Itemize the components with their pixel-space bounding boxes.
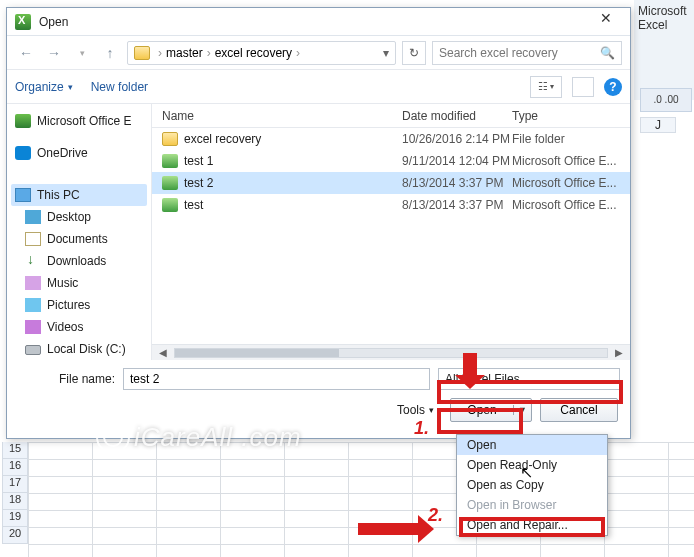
- file-row[interactable]: test 28/13/2014 3:37 PMMicrosoft Office …: [152, 172, 630, 194]
- address-bar-row: ← → ▾ ↑ › master › excel recovery › ▾ ↻ …: [7, 36, 630, 70]
- col-type-header[interactable]: Type: [512, 109, 620, 123]
- cancel-button[interactable]: Cancel: [540, 398, 618, 422]
- tree-item[interactable]: Documents: [11, 228, 147, 250]
- xls-icon: [162, 154, 178, 168]
- xls-icon: [162, 176, 178, 190]
- ico-music-icon: [25, 276, 41, 290]
- tree-item[interactable]: Videos: [11, 316, 147, 338]
- scroll-track[interactable]: [174, 348, 608, 358]
- file-row[interactable]: excel recovery10/26/2016 2:14 PMFile fol…: [152, 128, 630, 150]
- ico-excel-icon: [15, 114, 31, 128]
- file-name: test 2: [184, 176, 402, 190]
- file-name: excel recovery: [184, 132, 402, 146]
- file-row[interactable]: test 19/11/2014 12:04 PMMicrosoft Office…: [152, 150, 630, 172]
- file-date: 8/13/2014 3:37 PM: [402, 176, 512, 190]
- row-header[interactable]: 16: [2, 459, 28, 476]
- tree-item[interactable]: Local Disk (C:): [11, 338, 147, 360]
- help-button[interactable]: ?: [604, 78, 622, 96]
- nav-recent-dropdown[interactable]: ▾: [71, 42, 93, 64]
- xls-icon: [162, 198, 178, 212]
- tree-item-label: OneDrive: [37, 146, 88, 160]
- excel-title-fragment: Microsoft Excel: [634, 0, 694, 100]
- tree-item[interactable]: Music: [11, 272, 147, 294]
- tree-item-label: Documents: [47, 232, 108, 246]
- nav-forward-button[interactable]: →: [43, 42, 65, 64]
- scroll-thumb[interactable]: [175, 349, 339, 357]
- row-header[interactable]: 20: [2, 527, 28, 544]
- tree-item[interactable]: Microsoft Office E: [11, 110, 147, 132]
- file-type-filter[interactable]: All Excel Files ⌄: [438, 368, 620, 390]
- scroll-right-icon[interactable]: ▶: [612, 347, 626, 358]
- breadcrumb-dropdown[interactable]: ▾: [383, 46, 389, 60]
- search-icon: 🔍: [600, 46, 615, 60]
- open-split-button[interactable]: Open ▼: [450, 398, 532, 422]
- column-headers[interactable]: Name Date modified Type: [152, 104, 630, 128]
- breadcrumb-sep: ›: [296, 46, 300, 60]
- open-button-label[interactable]: Open: [451, 403, 513, 417]
- dialog-title: Open: [39, 15, 586, 29]
- new-folder-button[interactable]: New folder: [91, 80, 148, 94]
- tree-item[interactable]: Pictures: [11, 294, 147, 316]
- menu-item[interactable]: Open and Repair...: [457, 515, 607, 535]
- ico-doc-icon: [25, 232, 41, 246]
- open-dialog: Open ✕ ← → ▾ ↑ › master › excel recovery…: [6, 7, 631, 439]
- file-name-input[interactable]: [123, 368, 430, 390]
- file-row[interactable]: test8/13/2014 3:37 PMMicrosoft Office E.…: [152, 194, 630, 216]
- ico-pic-icon: [25, 298, 41, 312]
- chevron-down-icon: ▾: [429, 405, 434, 415]
- file-name: test: [184, 198, 402, 212]
- ico-dl-icon: [25, 254, 41, 268]
- refresh-button[interactable]: ↻: [402, 41, 426, 65]
- titlebar: Open ✕: [7, 8, 630, 36]
- scroll-left-icon[interactable]: ◀: [156, 347, 170, 358]
- row-headers: 151617181920: [2, 442, 28, 544]
- row-header[interactable]: 19: [2, 510, 28, 527]
- breadcrumb-seg-master[interactable]: master: [166, 46, 203, 60]
- file-type: Microsoft Office E...: [512, 154, 620, 168]
- column-header-j[interactable]: J: [640, 117, 676, 133]
- ico-video-icon: [25, 320, 41, 334]
- file-date: 10/26/2016 2:14 PM: [402, 132, 512, 146]
- tree-item[interactable]: Downloads: [11, 250, 147, 272]
- search-input[interactable]: Search excel recovery 🔍: [432, 41, 622, 65]
- tree-item-label: Downloads: [47, 254, 106, 268]
- tree-item-label: Microsoft Office E: [37, 114, 131, 128]
- tree-item[interactable]: OneDrive: [11, 142, 147, 164]
- annotation-number-1: 1.: [414, 418, 429, 439]
- row-header[interactable]: 17: [2, 476, 28, 493]
- close-button[interactable]: ✕: [586, 10, 626, 34]
- menu-item[interactable]: Open: [457, 435, 607, 455]
- view-options-button[interactable]: ☷ ▾: [530, 76, 562, 98]
- tree-item-label: Local Disk (C:): [47, 342, 126, 356]
- tree-item-label: Desktop: [47, 210, 91, 224]
- file-date: 9/11/2014 12:04 PM: [402, 154, 512, 168]
- file-list: excel recovery10/26/2016 2:14 PMFile fol…: [152, 128, 630, 344]
- chevron-down-icon: ⌄: [603, 372, 613, 386]
- open-dropdown-menu: OpenOpen Read-OnlyOpen as CopyOpen in Br…: [456, 434, 608, 536]
- tools-menu[interactable]: Tools ▾: [397, 403, 434, 417]
- menu-item[interactable]: Open Read-Only: [457, 455, 607, 475]
- chevron-down-icon: ▾: [68, 82, 73, 92]
- ribbon-number-format: .0 .00: [640, 88, 692, 112]
- nav-up-button[interactable]: ↑: [99, 42, 121, 64]
- menu-item[interactable]: Open as Copy: [457, 475, 607, 495]
- col-name-header[interactable]: Name: [162, 109, 402, 123]
- tree-item-label: This PC: [37, 188, 80, 202]
- h-scrollbar[interactable]: ◀ ▶: [152, 344, 630, 360]
- row-header[interactable]: 15: [2, 442, 28, 459]
- file-pane: Name Date modified Type excel recovery10…: [152, 104, 630, 360]
- nav-back-button[interactable]: ←: [15, 42, 37, 64]
- row-header[interactable]: 18: [2, 493, 28, 510]
- tree-item[interactable]: Desktop: [11, 206, 147, 228]
- preview-pane-button[interactable]: [572, 77, 594, 97]
- breadcrumb-sep: ›: [158, 46, 162, 60]
- breadcrumb[interactable]: › master › excel recovery › ▾: [127, 41, 396, 65]
- organize-menu[interactable]: Organize ▾: [15, 80, 73, 94]
- ico-onedrive-icon: [15, 146, 31, 160]
- dialog-footer: File name: All Excel Files ⌄ Tools ▾ Ope…: [7, 360, 630, 430]
- col-date-header[interactable]: Date modified: [402, 109, 512, 123]
- folder-icon: [134, 46, 150, 60]
- breadcrumb-seg-recovery[interactable]: excel recovery: [215, 46, 292, 60]
- open-dropdown-button[interactable]: ▼: [513, 405, 531, 415]
- tree-item[interactable]: This PC: [11, 184, 147, 206]
